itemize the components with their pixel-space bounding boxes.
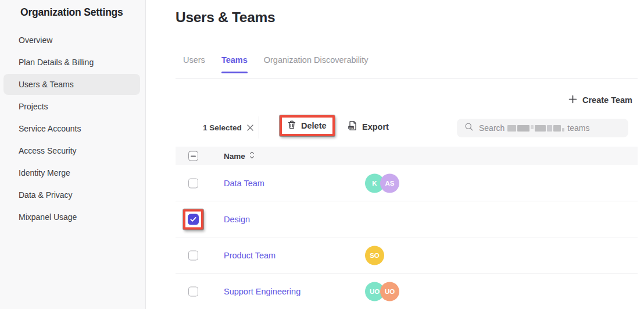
checkmark-icon	[190, 216, 196, 222]
indeterminate-icon	[191, 155, 196, 157]
row-checkbox[interactable]	[188, 178, 198, 188]
sort-icon[interactable]	[249, 151, 255, 161]
avatar-group: SO	[365, 246, 384, 265]
organization-settings-screen: Organization Settings Overview Plan Deta…	[0, 0, 644, 309]
sidebar-item-data-privacy[interactable]: Data & Privacy	[3, 184, 140, 205]
tab-divider	[176, 78, 638, 79]
search-placeholder-suffix: teams	[567, 123, 589, 133]
sidebar-item-users-teams[interactable]: Users & Teams	[3, 74, 140, 95]
selected-count-label: 1 Selected	[203, 123, 242, 132]
delete-label: Delete	[301, 121, 327, 130]
teams-table: Name Data Team K AS	[176, 147, 638, 309]
table-row-support-engineering: Support Engineering UO UO	[176, 274, 638, 309]
sidebar-item-identity-merge[interactable]: Identity Merge	[3, 162, 140, 183]
table-row-data-team: Data Team K AS	[176, 165, 638, 201]
tab-teams[interactable]: Teams	[221, 55, 248, 65]
create-team-button[interactable]: Create Team	[568, 95, 632, 105]
row-checkbox[interactable]	[188, 250, 198, 260]
sidebar-item-projects[interactable]: Projects	[3, 96, 140, 117]
search-placeholder: Search teams	[479, 123, 589, 133]
search-icon	[464, 122, 474, 134]
table-row-product-team: Product Team SO	[176, 237, 638, 274]
name-column-header[interactable]: Name	[224, 151, 255, 161]
table-row-design: Design	[176, 201, 638, 237]
sidebar-item-mixpanel-usage[interactable]: Mixpanel Usage	[3, 207, 140, 228]
search-input[interactable]: Search teams	[457, 119, 628, 137]
export-label: Export	[362, 122, 389, 132]
sidebar-item-plan-details-billing[interactable]: Plan Details & Billing	[3, 52, 140, 73]
tab-organization-discoverability[interactable]: Organization Discoverability	[264, 55, 368, 65]
row-checkbox[interactable]	[188, 286, 198, 296]
svg-text:csv: csv	[349, 126, 353, 129]
toolbar-divider	[259, 116, 259, 138]
team-name-link[interactable]: Product Team	[224, 251, 276, 260]
tab-bar: Users Teams Organization Discoverability	[183, 55, 368, 65]
sidebar-item-access-security[interactable]: Access Security	[3, 140, 140, 161]
export-button[interactable]: csv Export	[348, 120, 389, 133]
search-placeholder-prefix: Search	[479, 123, 505, 133]
selection-info: 1 Selected	[203, 118, 254, 137]
page-title: Users & Teams	[176, 9, 275, 26]
team-name-link[interactable]: Design	[224, 215, 250, 224]
team-name-link[interactable]: Data Team	[224, 179, 264, 188]
avatar-group: UO UO	[365, 282, 399, 301]
delete-button[interactable]: Delete	[287, 120, 327, 132]
sidebar-title: Organization Settings	[20, 6, 123, 19]
avatar-group: K AS	[365, 173, 399, 193]
table-header: Name	[176, 147, 638, 165]
csv-file-icon: csv	[348, 120, 357, 133]
plus-icon	[568, 95, 577, 105]
highlight-box-delete: Delete	[280, 115, 335, 136]
team-name-link[interactable]: Support Engineering	[224, 287, 300, 296]
clear-selection-icon[interactable]	[246, 124, 254, 132]
sidebar: Organization Settings Overview Plan Deta…	[0, 0, 146, 309]
sidebar-item-service-accounts[interactable]: Service Accounts	[3, 118, 140, 139]
create-team-label: Create Team	[582, 95, 632, 105]
avatar: SO	[365, 246, 384, 265]
tab-users[interactable]: Users	[183, 55, 205, 65]
sidebar-nav: Overview Plan Details & Billing Users & …	[0, 30, 145, 229]
highlight-box-checkbox	[183, 209, 203, 229]
sidebar-item-overview[interactable]: Overview	[3, 30, 140, 51]
avatar: UO	[380, 282, 399, 301]
select-all-checkbox[interactable]	[188, 151, 198, 161]
trash-icon	[287, 120, 296, 132]
avatar: AS	[380, 173, 399, 193]
row-checkbox-checked[interactable]	[188, 214, 199, 225]
main-content: Users & Teams Users Teams Organization D…	[146, 0, 644, 309]
redacted-text	[507, 125, 564, 132]
